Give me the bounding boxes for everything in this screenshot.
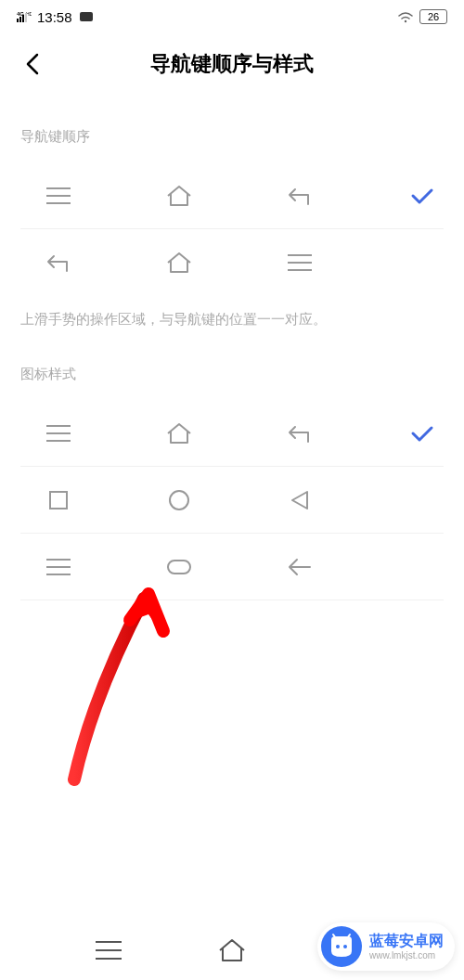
home-icon xyxy=(165,249,193,277)
nav-style-option-2[interactable] xyxy=(20,467,444,534)
svg-rect-6 xyxy=(80,12,93,21)
watermark: 蓝莓安卓网 www.lmkjst.com xyxy=(317,922,455,971)
app-bar: 导航键顺序与样式 xyxy=(0,33,464,95)
icons-group xyxy=(20,249,314,277)
watermark-logo xyxy=(321,926,362,967)
svg-rect-5 xyxy=(25,13,27,22)
content: 导航键顺序 xyxy=(0,95,464,600)
svg-rect-2 xyxy=(17,19,19,22)
status-right: 26 xyxy=(397,9,447,24)
menu-icon xyxy=(286,249,314,277)
order-help-text: 上滑手势的操作区域，与导航键的位置一一对应。 xyxy=(20,311,444,329)
svg-point-7 xyxy=(405,20,406,22)
icons-group xyxy=(20,553,314,581)
svg-point-27 xyxy=(343,945,347,948)
wifi-icon xyxy=(397,10,414,23)
arrow-left-icon xyxy=(286,553,314,581)
menu-icon xyxy=(45,182,72,210)
back-icon xyxy=(286,182,314,210)
section-label-order: 导航键顺序 xyxy=(20,128,444,146)
svg-point-18 xyxy=(170,491,188,509)
svg-point-26 xyxy=(336,945,340,948)
svg-rect-22 xyxy=(168,561,190,574)
back-icon xyxy=(45,249,72,277)
home-house-icon xyxy=(165,419,193,447)
status-bar: 4GHD 13:58 26 xyxy=(0,0,464,33)
watermark-url: www.lmkjst.com xyxy=(369,950,444,961)
pill-icon xyxy=(165,553,193,581)
clock: 13:58 xyxy=(37,9,72,25)
system-home-button[interactable] xyxy=(217,935,247,965)
nav-order-option-1[interactable] xyxy=(20,162,444,229)
section-label-style: 图标样式 xyxy=(20,366,444,383)
status-left: 4GHD 13:58 xyxy=(17,9,95,25)
menu-lines-icon xyxy=(45,419,72,447)
nav-order-option-2[interactable] xyxy=(20,229,444,296)
back-button[interactable] xyxy=(19,50,46,78)
circle-icon xyxy=(165,486,193,514)
back-arrow-icon xyxy=(286,419,314,447)
check-icon xyxy=(410,424,434,443)
icons-group xyxy=(20,486,314,514)
triangle-icon xyxy=(286,486,314,514)
signal-indicator: 4GHD xyxy=(17,11,32,22)
check-icon xyxy=(410,187,434,205)
svg-rect-3 xyxy=(19,17,21,22)
svg-rect-4 xyxy=(22,15,24,22)
watermark-name: 蓝莓安卓网 xyxy=(369,932,444,949)
nav-style-option-3[interactable] xyxy=(20,534,444,600)
svg-rect-17 xyxy=(50,492,67,509)
system-menu-button[interactable] xyxy=(94,935,123,965)
nav-style-option-1[interactable] xyxy=(20,400,444,467)
square-icon xyxy=(45,486,72,514)
menu-lines-icon xyxy=(45,553,72,581)
page-title: 导航键顺序与样式 xyxy=(19,50,445,78)
icons-group xyxy=(20,419,314,447)
home-icon xyxy=(165,182,193,210)
icons-group xyxy=(20,182,314,210)
battery-indicator: 26 xyxy=(419,9,447,24)
watermark-text: 蓝莓安卓网 www.lmkjst.com xyxy=(369,932,444,961)
cloud-icon xyxy=(78,10,95,23)
